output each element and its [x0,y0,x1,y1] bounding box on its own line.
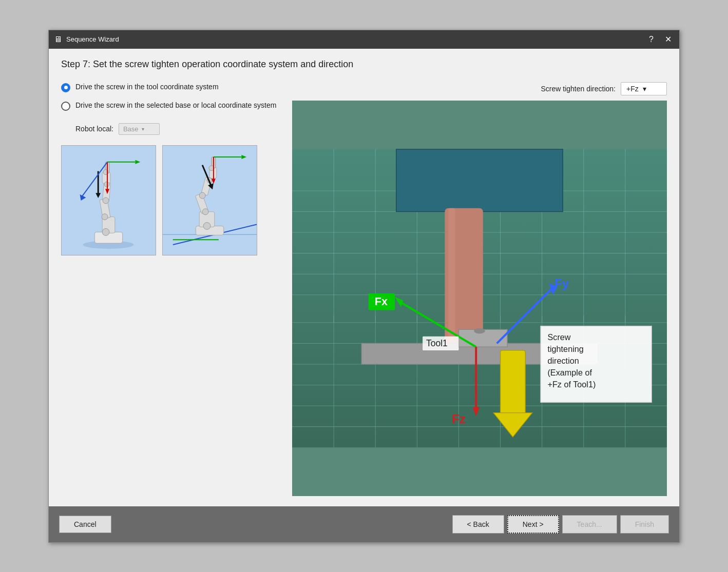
robot-image-2 [162,145,257,255]
direction-value: +Fz [626,85,639,93]
content-area: Step 7: Set the screw tighten operation … [49,49,679,506]
help-button[interactable]: ? [646,34,656,45]
title-bar: 🖥 Sequence Wizard ? ✕ [49,30,679,49]
main-window: 🖥 Sequence Wizard ? ✕ Step 7: Set the sc… [48,30,680,543]
right-panel: Screw tighten direction: +Fz ▾ [292,82,667,496]
robot-local-arrow: ▾ [142,126,144,132]
window-icon: 🖥 [54,35,62,44]
robot-local-label: Robot local: [75,125,113,133]
back-button[interactable]: < Back [452,515,504,534]
svg-text:Fy: Fy [554,277,569,290]
viz-box: Fx Fy Fz [292,101,667,496]
robot-local-value: Base [123,125,139,133]
robot-image-1 [61,145,156,255]
svg-text:(Example of: (Example of [547,367,592,377]
svg-point-10 [103,198,109,204]
direction-row: Screw tighten direction: +Fz ▾ [292,82,667,95]
title-bar-controls: ? ✕ [646,34,674,45]
radio-group: Drive the screw in the tool coordinate s… [61,82,277,111]
svg-point-9 [102,213,108,220]
finish-button: Finish [620,515,669,534]
svg-rect-21 [163,146,257,255]
svg-rect-87 [501,350,526,416]
robot-images [61,145,277,255]
footer-left: Cancel [59,516,111,533]
next-button[interactable]: Next > [507,515,559,534]
svg-point-76 [474,328,485,333]
svg-text:Fz: Fz [452,411,466,425]
title-bar-left: 🖥 Sequence Wizard [54,35,119,44]
robot-local-row: Robot local: Base ▾ [75,123,277,135]
teach-button: Teach... [562,515,617,534]
close-button[interactable]: ✕ [662,34,674,45]
svg-text:Screw: Screw [547,332,570,341]
svg-text:tightening: tightening [547,344,583,353]
svg-text:+Fz of Tool1): +Fz of Tool1) [547,379,596,388]
step-title: Step 7: Set the screw tighten operation … [61,59,667,70]
robot-local-dropdown: Base ▾ [119,123,160,135]
svg-text:direction: direction [547,356,579,365]
radio-item-tool[interactable]: Drive the screw in the tool coordinate s… [61,82,277,92]
svg-point-31 [203,222,210,229]
svg-text:Tool1: Tool1 [426,338,448,348]
direction-dropdown[interactable]: +Fz ▾ [621,82,667,95]
svg-point-32 [202,208,208,214]
main-content: Drive the screw in the tool coordinate s… [61,82,667,496]
svg-rect-71 [396,149,563,211]
radio-tool-label: Drive the screw in the tool coordinate s… [75,82,219,92]
svg-point-33 [199,192,205,199]
svg-rect-73 [448,208,455,346]
window-title: Sequence Wizard [66,35,119,43]
radio-item-base[interactable]: Drive the screw in the selected base or … [61,101,277,111]
svg-text:Fx: Fx [375,295,388,308]
direction-label: Screw tighten direction: [541,85,616,93]
svg-point-8 [102,228,109,235]
radio-tool-circle[interactable] [61,83,70,92]
radio-base-circle[interactable] [61,102,70,111]
footer-right: < Back Next > Teach... Finish [452,515,669,534]
footer: Cancel < Back Next > Teach... Finish [49,506,679,542]
direction-arrow-icon: ▾ [643,85,646,93]
cancel-button[interactable]: Cancel [59,516,111,533]
left-panel: Drive the screw in the tool coordinate s… [61,82,277,496]
radio-base-label: Drive the screw in the selected base or … [75,101,276,111]
